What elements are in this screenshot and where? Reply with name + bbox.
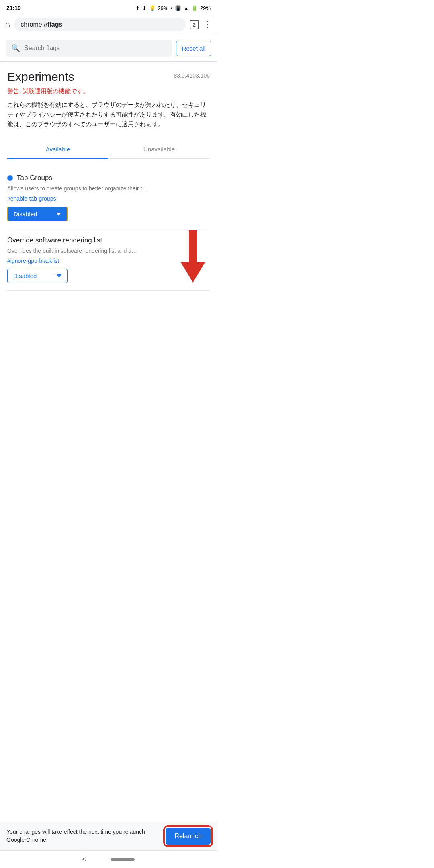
main-content: Experiments 83.0.4103.106 警告: 試験運用版の機能です…: [0, 62, 217, 299]
flag-link[interactable]: #enable-tab-groups: [7, 195, 210, 202]
battery-percent-right: 29%: [200, 5, 211, 11]
flag-title-row: Tab Groups: [7, 174, 210, 182]
address-bar[interactable]: chrome://flags: [14, 18, 185, 31]
flag-title: Tab Groups: [17, 174, 52, 182]
flag-dot: [7, 175, 13, 181]
dropdown-arrow-icon: [56, 213, 61, 216]
search-input[interactable]: [24, 45, 166, 52]
flag-link-2[interactable]: #ignore-gpu-blacklist: [7, 258, 210, 264]
search-icon: 🔍: [11, 44, 20, 53]
version-text: 83.0.4103.106: [174, 72, 210, 79]
tab-unavailable[interactable]: Unavailable: [108, 140, 210, 158]
tab-available[interactable]: Available: [7, 140, 108, 158]
status-bar: 21:19 ⬆ ⬇ 💡 29% • 📳 ▲ 🔋 29%: [0, 0, 217, 14]
wifi-icon: ▲: [184, 5, 189, 11]
battery-percent: 29%: [158, 5, 168, 11]
flag-title-row-2: Override software rendering list: [7, 236, 210, 244]
page-title: Experiments: [7, 70, 74, 84]
tabs-container: Available Unavailable: [7, 140, 210, 159]
status-icons: ⬆ ⬇ 💡 29% • 📳 ▲ 🔋 29%: [135, 5, 211, 11]
download-icon: ⬇: [142, 5, 147, 11]
dropdown-arrow-icon-2: [57, 274, 61, 278]
warning-text: 警告: 試験運用版の機能です。: [7, 88, 210, 95]
experiments-header: Experiments 83.0.4103.106: [7, 70, 210, 84]
flag-dropdown-gpu[interactable]: Disabled: [7, 269, 68, 283]
search-input-wrapper[interactable]: 🔍: [6, 40, 172, 57]
flag-item-tab-groups: Tab Groups Allows users to create groups…: [7, 167, 210, 229]
menu-dots-icon[interactable]: ⋮: [203, 19, 212, 30]
upload-icon: ⬆: [135, 5, 140, 11]
address-text-plain: chrome://: [20, 21, 47, 28]
address-text-bold: flags: [47, 21, 62, 28]
flag-description-2: Overrides the built-in software renderin…: [7, 247, 210, 255]
battery-icon: 🔋: [191, 5, 198, 11]
vibrate-icon: 📳: [175, 5, 181, 11]
search-bar-section: 🔍 Reset all: [0, 35, 217, 62]
flag-dropdown-tab-groups[interactable]: Disabled: [7, 207, 68, 221]
tab-count[interactable]: 2: [190, 20, 199, 29]
status-time: 21:19: [6, 5, 21, 11]
dot-icon: •: [171, 5, 173, 11]
dropdown-value-2: Disabled: [13, 272, 37, 279]
flag-item-gpu: Override software rendering list Overrid…: [7, 229, 210, 291]
flag-description: Allows users to create groups to better …: [7, 184, 210, 193]
reset-all-button[interactable]: Reset all: [176, 41, 211, 56]
flag-title-2: Override software rendering list: [7, 236, 102, 244]
home-icon[interactable]: ⌂: [5, 19, 10, 30]
dropdown-value: Disabled: [14, 211, 37, 217]
description-text: これらの機能を有効にすると、ブラウザのデータが失われたり、セキュリティやプライバ…: [7, 100, 210, 129]
bulb-icon: 💡: [149, 5, 156, 11]
browser-toolbar: ⌂ chrome://flags 2 ⋮: [0, 14, 217, 35]
